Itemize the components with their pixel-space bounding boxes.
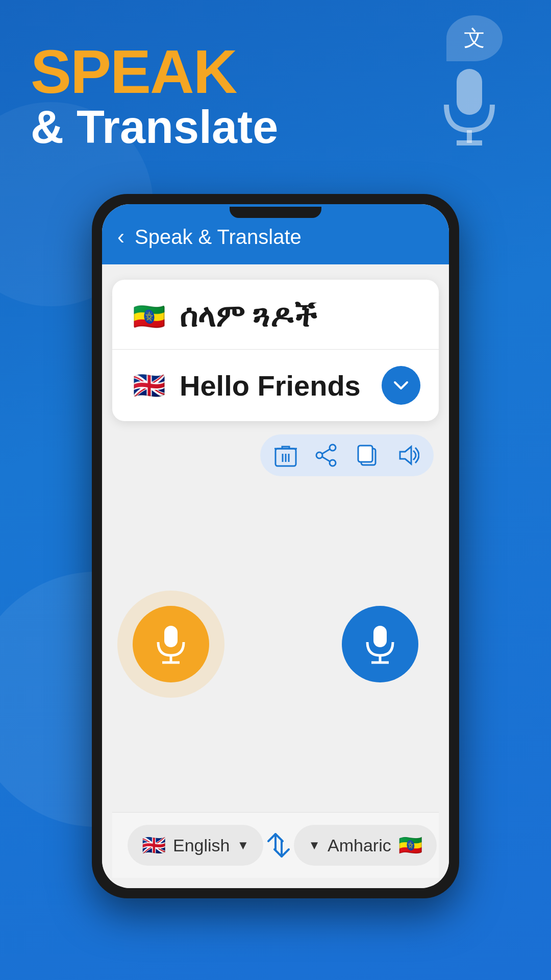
copy-button[interactable] <box>356 444 379 467</box>
source-text: ሰላም ጓዶች <box>180 299 420 334</box>
source-lang-flag: 🇬🇧 <box>142 834 166 856</box>
svg-point-8 <box>330 445 336 451</box>
action-buttons-row <box>112 434 439 476</box>
top-mic-icon <box>429 56 510 158</box>
mic-area <box>112 484 439 804</box>
action-btn-group <box>260 434 434 476</box>
delete-button[interactable] <box>274 444 297 467</box>
translate-bubble: 文 <box>446 15 503 61</box>
svg-rect-0 <box>457 69 482 115</box>
svg-point-10 <box>330 460 336 466</box>
translate-subtitle: & Translate <box>31 102 278 153</box>
target-row: 🇬🇧 Hello Friends <box>112 350 439 421</box>
back-button[interactable]: ‹ <box>117 225 124 249</box>
target-flag: 🇬🇧 <box>131 367 167 404</box>
share-button[interactable] <box>315 444 338 467</box>
phone-notch <box>230 207 321 218</box>
target-lang-label: Amharic <box>328 836 391 855</box>
source-mic-button[interactable] <box>133 606 209 682</box>
phone-mockup: ‹ Speak & Translate 🇪🇹 ሰላም ጓዶች 🇬🇧 <box>92 194 459 898</box>
target-mic-button[interactable] <box>342 606 418 682</box>
speak-title: SPEAK <box>31 41 278 102</box>
source-lang-label: English <box>173 836 230 855</box>
source-lang-arrow: ▼ <box>237 838 249 852</box>
svg-line-12 <box>322 457 330 461</box>
expand-button[interactable] <box>382 366 420 405</box>
language-bar: 🇬🇧 English ▼ ▼ Amharic 🇪🇹 <box>112 812 439 878</box>
audio-button[interactable] <box>397 444 419 467</box>
target-text: Hello Friends <box>180 369 369 402</box>
svg-rect-15 <box>164 626 178 647</box>
target-lang-arrow: ▼ <box>308 838 320 852</box>
source-row: 🇪🇹 ሰላም ጓዶች <box>112 280 439 350</box>
svg-point-9 <box>316 452 322 458</box>
top-mic-decoration: 文 <box>429 15 510 158</box>
target-language-selector[interactable]: ▼ Amharic 🇪🇹 <box>294 825 436 866</box>
svg-rect-14 <box>358 446 372 462</box>
app-bar-title: Speak & Translate <box>135 226 302 249</box>
translate-bubble-icon: 文 <box>464 24 485 53</box>
svg-rect-18 <box>373 626 387 647</box>
swap-languages-button[interactable] <box>263 825 294 866</box>
source-flag: 🇪🇹 <box>131 298 167 335</box>
source-language-selector[interactable]: 🇬🇧 English ▼ <box>128 825 263 866</box>
svg-line-11 <box>322 449 330 454</box>
app-content: 🇪🇹 ሰላም ጓዶች 🇬🇧 Hello Friends <box>102 264 449 888</box>
header-text-area: SPEAK & Translate <box>31 41 278 153</box>
translation-card: 🇪🇹 ሰላም ጓዶች 🇬🇧 Hello Friends <box>112 280 439 421</box>
target-lang-flag: 🇪🇹 <box>398 834 422 856</box>
phone-screen: ‹ Speak & Translate 🇪🇹 ሰላም ጓዶች 🇬🇧 <box>102 204 449 888</box>
